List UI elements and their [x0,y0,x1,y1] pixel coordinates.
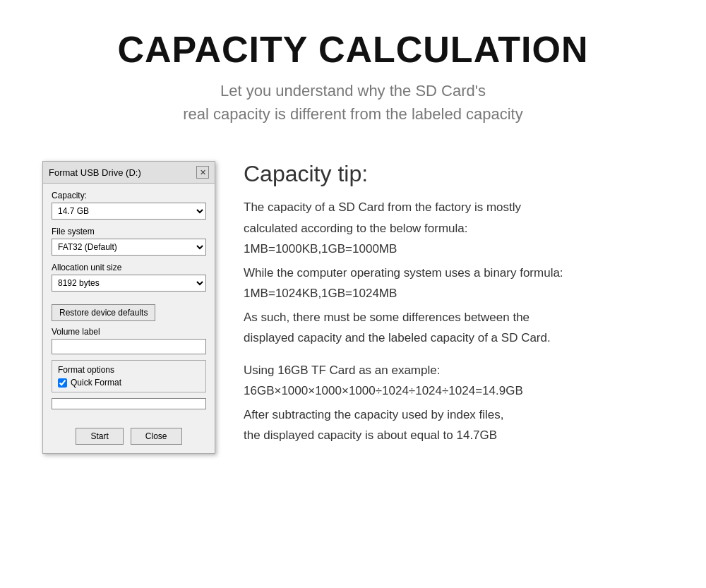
dialog-title-text: Format USB Drive (D:) [49,167,141,178]
tip-body: The capacity of a SD Card from the facto… [244,198,671,445]
allocation-label: Allocation unit size [52,263,206,272]
dialog-footer: Start Close [43,422,215,453]
page-header: CAPACITY CALCULATION Let you understand … [0,0,706,140]
restore-defaults-button[interactable]: Restore device defaults [52,304,155,321]
quick-format-checkbox[interactable] [58,378,67,388]
tip-line: 1MB=1024KB,1GB=1024MB [244,284,671,303]
tip-line: 1MB=1000KB,1GB=1000MB [244,240,671,258]
tip-line: After subtracting the capacity used by i… [244,406,671,424]
format-options-group: Format options Quick Format [52,360,206,392]
tip-line: displayed capacity and the labeled capac… [244,329,671,347]
tip-line: The capacity of a SD Card from the facto… [244,198,671,217]
volume-label-label: Volume label [52,327,206,337]
format-options-legend: Format options [58,365,200,375]
filesystem-select[interactable]: FAT32 (Default) [52,239,206,256]
subtitle-line1: Let you understand why the SD Card's [220,82,486,100]
progress-bar [52,398,206,409]
main-content: Format USB Drive (D:) ✕ Capacity: 14.7 G… [0,140,706,475]
tip-line: the displayed capacity is about equal to… [244,426,671,445]
tip-line: calculated according to the below formul… [244,220,671,238]
tip-line: As such, there must be some differences … [244,308,671,327]
format-dialog: Format USB Drive (D:) ✕ Capacity: 14.7 G… [42,161,215,454]
close-icon[interactable]: ✕ [196,166,209,179]
subtitle-line2: real capacity is different from the labe… [183,105,522,123]
page-title: CAPACITY CALCULATION [14,28,692,71]
tip-line: 16GB×1000×1000×1000÷1024÷1024÷1024=14.9G… [244,382,671,400]
start-button[interactable]: Start [76,428,123,445]
capacity-label: Capacity: [52,191,206,200]
progress-area [52,398,206,409]
quick-format-label: Quick Format [71,378,121,388]
tip-spacer [244,350,671,361]
dialog-body: Capacity: 14.7 GB File system FAT32 (Def… [43,184,215,422]
close-button[interactable]: Close [131,428,182,445]
capacity-tip-section: Capacity tip: The capacity of a SD Card … [244,161,671,448]
tip-line: While the computer operating system uses… [244,264,671,282]
filesystem-label: File system [52,227,206,236]
tip-title: Capacity tip: [244,161,671,187]
volume-label-input[interactable] [52,339,206,354]
page-subtitle: Let you understand why the SD Card's rea… [14,79,692,126]
dialog-titlebar: Format USB Drive (D:) ✕ [43,162,215,184]
quick-format-checkbox-row[interactable]: Quick Format [58,378,200,388]
capacity-select[interactable]: 14.7 GB [52,203,206,220]
allocation-select[interactable]: 8192 bytes [52,275,206,292]
tip-line: Using 16GB TF Card as an example: [244,361,671,380]
